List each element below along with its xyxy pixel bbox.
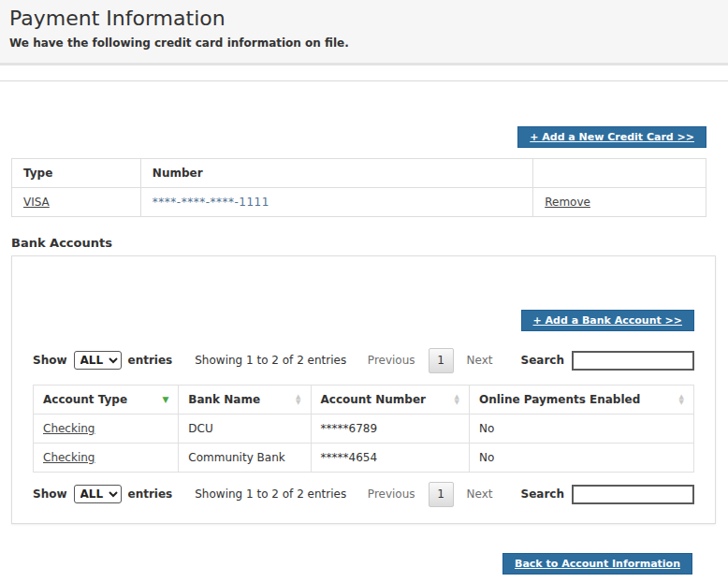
previous-page-button[interactable]: Previous bbox=[362, 350, 421, 371]
sort-both-icon: ▲▼ bbox=[679, 394, 684, 405]
sort-both-icon: ▲▼ bbox=[455, 394, 459, 405]
show-label-bottom: Show bbox=[33, 487, 67, 501]
header-account-type-label: Account Type bbox=[43, 393, 127, 406]
pagination-bottom: Previous 1 Next bbox=[362, 482, 499, 507]
cc-header-type: Type bbox=[12, 159, 141, 188]
pagination: Previous 1 Next bbox=[362, 348, 499, 373]
page-header: Payment Information We have the followin… bbox=[0, 0, 728, 65]
main-content: + Add a New Credit Card >> Type Number V… bbox=[0, 126, 728, 575]
entries-label: entries bbox=[128, 354, 173, 367]
search-label-bottom: Search bbox=[521, 487, 564, 501]
search-group-bottom: Search bbox=[521, 485, 694, 504]
bank-account-row: Checking DCU *****6789 No bbox=[34, 415, 694, 444]
credit-card-row: VISA ****-****-****-1111 Remove bbox=[12, 188, 706, 217]
account-type-link[interactable]: Checking bbox=[43, 451, 95, 464]
account-type-link[interactable]: Checking bbox=[43, 422, 95, 435]
table-info-text: Showing 1 to 2 of 2 entries bbox=[195, 354, 346, 367]
horizontal-divider bbox=[0, 80, 728, 81]
header-bank-name[interactable]: Bank Name ▲▼ bbox=[179, 386, 311, 415]
cc-header-action bbox=[533, 159, 706, 188]
bank-accounts-table: Account Type ▼ Bank Name ▲▼ Account Numb… bbox=[33, 385, 694, 473]
cell-online-payments: No bbox=[469, 444, 693, 473]
credit-card-table: Type Number VISA ****-****-****-1111 Rem… bbox=[11, 158, 706, 217]
header-online-payments[interactable]: Online Payments Enabled ▲▼ bbox=[469, 386, 693, 415]
header-online-payments-label: Online Payments Enabled bbox=[479, 393, 640, 406]
previous-page-button-bottom[interactable]: Previous bbox=[362, 484, 421, 504]
credit-card-header-row: Type Number bbox=[12, 159, 706, 188]
header-bank-name-label: Bank Name bbox=[188, 393, 260, 406]
cell-bank-name: DCU bbox=[179, 415, 311, 444]
bank-account-button-row: + Add a Bank Account >> bbox=[33, 310, 694, 331]
table-controls-bottom: Show ALL entries Showing 1 to 2 of 2 ent… bbox=[33, 481, 694, 507]
cc-header-number: Number bbox=[140, 159, 532, 188]
page-title: Payment Information bbox=[9, 7, 717, 30]
cc-cell-action: Remove bbox=[533, 188, 706, 217]
next-page-button-bottom[interactable]: Next bbox=[461, 484, 499, 504]
bank-account-row: Checking Community Bank *****4654 No bbox=[34, 444, 694, 473]
card-type-link[interactable]: VISA bbox=[23, 196, 50, 209]
add-credit-card-button[interactable]: + Add a New Credit Card >> bbox=[517, 126, 706, 148]
footer-button-row: Back to Account Information bbox=[11, 553, 692, 575]
page-subtitle: We have the following credit card inform… bbox=[9, 36, 717, 50]
card-number: ****-****-****-1111 bbox=[140, 188, 532, 217]
page-length-select-bottom[interactable]: ALL bbox=[74, 485, 122, 503]
cell-online-payments: No bbox=[469, 415, 693, 444]
bank-accounts-label: Bank Accounts bbox=[11, 236, 716, 250]
header-account-number-label: Account Number bbox=[321, 393, 427, 406]
bank-accounts-panel: + Add a Bank Account >> Show ALL entries… bbox=[11, 255, 716, 524]
header-account-type[interactable]: Account Type ▼ bbox=[34, 386, 179, 415]
bank-table-header-row: Account Type ▼ Bank Name ▲▼ Account Numb… bbox=[34, 386, 694, 415]
search-input-bottom[interactable] bbox=[572, 485, 694, 504]
remove-card-link[interactable]: Remove bbox=[545, 196, 590, 209]
page-length-select[interactable]: ALL bbox=[74, 351, 122, 370]
cell-account-type: Checking bbox=[34, 444, 179, 473]
search-label: Search bbox=[521, 354, 564, 367]
credit-card-section: + Add a New Credit Card >> Type Number V… bbox=[11, 126, 716, 217]
entries-label-bottom: entries bbox=[128, 487, 173, 501]
table-info-text-bottom: Showing 1 to 2 of 2 entries bbox=[195, 487, 346, 501]
cc-cell-type: VISA bbox=[12, 188, 141, 217]
show-label: Show bbox=[33, 354, 67, 367]
cell-account-number: *****4654 bbox=[311, 444, 469, 473]
credit-card-button-row: + Add a New Credit Card >> bbox=[11, 126, 706, 148]
add-bank-account-button[interactable]: + Add a Bank Account >> bbox=[521, 310, 694, 331]
sort-both-icon: ▲▼ bbox=[296, 394, 300, 405]
back-button[interactable]: Back to Account Information bbox=[502, 553, 692, 575]
table-controls-top: Show ALL entries Showing 1 to 2 of 2 ent… bbox=[33, 347, 694, 373]
search-input[interactable] bbox=[572, 351, 694, 371]
next-page-button[interactable]: Next bbox=[461, 350, 499, 371]
header-account-number[interactable]: Account Number ▲▼ bbox=[311, 386, 469, 415]
current-page-button-bottom[interactable]: 1 bbox=[429, 482, 454, 507]
cell-account-type: Checking bbox=[34, 415, 179, 444]
search-group: Search bbox=[521, 351, 694, 371]
cell-account-number: *****6789 bbox=[311, 415, 469, 444]
cell-bank-name: Community Bank bbox=[179, 444, 311, 473]
current-page-button[interactable]: 1 bbox=[429, 348, 454, 373]
sort-desc-icon: ▼ bbox=[162, 396, 168, 404]
